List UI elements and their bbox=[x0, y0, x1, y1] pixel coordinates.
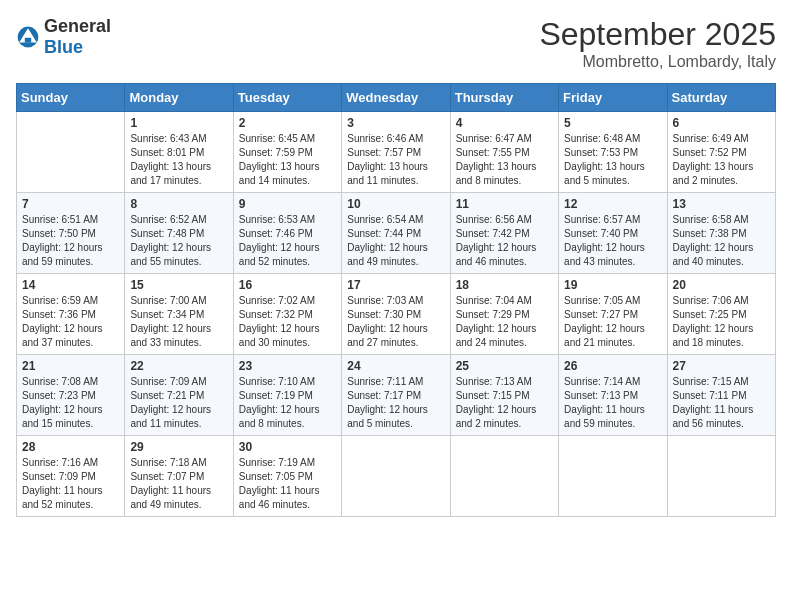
day-number: 4 bbox=[456, 116, 553, 130]
day-info: Sunrise: 6:48 AMSunset: 7:53 PMDaylight:… bbox=[564, 132, 661, 188]
daylight-text: Daylight: 13 hours and 8 minutes. bbox=[456, 161, 537, 186]
sunset-text: Sunset: 7:27 PM bbox=[564, 309, 638, 320]
daylight-text: Daylight: 13 hours and 2 minutes. bbox=[673, 161, 754, 186]
day-info: Sunrise: 7:06 AMSunset: 7:25 PMDaylight:… bbox=[673, 294, 770, 350]
sunset-text: Sunset: 7:25 PM bbox=[673, 309, 747, 320]
sunrise-text: Sunrise: 7:05 AM bbox=[564, 295, 640, 306]
calendar-cell: 30Sunrise: 7:19 AMSunset: 7:05 PMDayligh… bbox=[233, 436, 341, 517]
sunrise-text: Sunrise: 7:03 AM bbox=[347, 295, 423, 306]
day-info: Sunrise: 6:54 AMSunset: 7:44 PMDaylight:… bbox=[347, 213, 444, 269]
calendar-cell: 21Sunrise: 7:08 AMSunset: 7:23 PMDayligh… bbox=[17, 355, 125, 436]
calendar-cell bbox=[17, 112, 125, 193]
day-number: 8 bbox=[130, 197, 227, 211]
daylight-text: Daylight: 12 hours and 11 minutes. bbox=[130, 404, 211, 429]
sunrise-text: Sunrise: 7:04 AM bbox=[456, 295, 532, 306]
weekday-header-row: SundayMondayTuesdayWednesdayThursdayFrid… bbox=[17, 84, 776, 112]
weekday-header-sunday: Sunday bbox=[17, 84, 125, 112]
day-number: 30 bbox=[239, 440, 336, 454]
location-title: Mombretto, Lombardy, Italy bbox=[539, 53, 776, 71]
daylight-text: Daylight: 12 hours and 24 minutes. bbox=[456, 323, 537, 348]
sunset-text: Sunset: 7:13 PM bbox=[564, 390, 638, 401]
sunset-text: Sunset: 7:53 PM bbox=[564, 147, 638, 158]
day-number: 28 bbox=[22, 440, 119, 454]
day-number: 16 bbox=[239, 278, 336, 292]
day-info: Sunrise: 6:53 AMSunset: 7:46 PMDaylight:… bbox=[239, 213, 336, 269]
sunset-text: Sunset: 7:50 PM bbox=[22, 228, 96, 239]
sunset-text: Sunset: 7:15 PM bbox=[456, 390, 530, 401]
calendar-cell: 1Sunrise: 6:43 AMSunset: 8:01 PMDaylight… bbox=[125, 112, 233, 193]
sunset-text: Sunset: 7:07 PM bbox=[130, 471, 204, 482]
day-info: Sunrise: 6:59 AMSunset: 7:36 PMDaylight:… bbox=[22, 294, 119, 350]
day-info: Sunrise: 6:58 AMSunset: 7:38 PMDaylight:… bbox=[673, 213, 770, 269]
day-info: Sunrise: 7:08 AMSunset: 7:23 PMDaylight:… bbox=[22, 375, 119, 431]
day-info: Sunrise: 7:14 AMSunset: 7:13 PMDaylight:… bbox=[564, 375, 661, 431]
day-info: Sunrise: 6:46 AMSunset: 7:57 PMDaylight:… bbox=[347, 132, 444, 188]
calendar-week-row: 7Sunrise: 6:51 AMSunset: 7:50 PMDaylight… bbox=[17, 193, 776, 274]
logo: General Blue bbox=[16, 16, 111, 58]
daylight-text: Daylight: 12 hours and 55 minutes. bbox=[130, 242, 211, 267]
calendar-week-row: 14Sunrise: 6:59 AMSunset: 7:36 PMDayligh… bbox=[17, 274, 776, 355]
day-number: 3 bbox=[347, 116, 444, 130]
day-number: 29 bbox=[130, 440, 227, 454]
sunset-text: Sunset: 7:32 PM bbox=[239, 309, 313, 320]
daylight-text: Daylight: 11 hours and 46 minutes. bbox=[239, 485, 320, 510]
day-info: Sunrise: 7:04 AMSunset: 7:29 PMDaylight:… bbox=[456, 294, 553, 350]
calendar-cell: 10Sunrise: 6:54 AMSunset: 7:44 PMDayligh… bbox=[342, 193, 450, 274]
daylight-text: Daylight: 12 hours and 37 minutes. bbox=[22, 323, 103, 348]
calendar-week-row: 28Sunrise: 7:16 AMSunset: 7:09 PMDayligh… bbox=[17, 436, 776, 517]
daylight-text: Daylight: 12 hours and 2 minutes. bbox=[456, 404, 537, 429]
weekday-header-saturday: Saturday bbox=[667, 84, 775, 112]
daylight-text: Daylight: 12 hours and 15 minutes. bbox=[22, 404, 103, 429]
sunset-text: Sunset: 7:48 PM bbox=[130, 228, 204, 239]
sunset-text: Sunset: 7:30 PM bbox=[347, 309, 421, 320]
day-info: Sunrise: 6:57 AMSunset: 7:40 PMDaylight:… bbox=[564, 213, 661, 269]
sunrise-text: Sunrise: 6:56 AM bbox=[456, 214, 532, 225]
header: General Blue September 2025 Mombretto, L… bbox=[16, 16, 776, 71]
sunrise-text: Sunrise: 7:14 AM bbox=[564, 376, 640, 387]
calendar-cell: 22Sunrise: 7:09 AMSunset: 7:21 PMDayligh… bbox=[125, 355, 233, 436]
day-info: Sunrise: 7:15 AMSunset: 7:11 PMDaylight:… bbox=[673, 375, 770, 431]
sunset-text: Sunset: 7:34 PM bbox=[130, 309, 204, 320]
sunrise-text: Sunrise: 7:06 AM bbox=[673, 295, 749, 306]
calendar-cell: 5Sunrise: 6:48 AMSunset: 7:53 PMDaylight… bbox=[559, 112, 667, 193]
calendar-cell: 25Sunrise: 7:13 AMSunset: 7:15 PMDayligh… bbox=[450, 355, 558, 436]
sunrise-text: Sunrise: 7:11 AM bbox=[347, 376, 423, 387]
day-number: 19 bbox=[564, 278, 661, 292]
logo-blue-text: Blue bbox=[44, 37, 83, 57]
day-info: Sunrise: 7:05 AMSunset: 7:27 PMDaylight:… bbox=[564, 294, 661, 350]
day-info: Sunrise: 7:09 AMSunset: 7:21 PMDaylight:… bbox=[130, 375, 227, 431]
daylight-text: Daylight: 12 hours and 59 minutes. bbox=[22, 242, 103, 267]
calendar-cell: 19Sunrise: 7:05 AMSunset: 7:27 PMDayligh… bbox=[559, 274, 667, 355]
sunset-text: Sunset: 7:57 PM bbox=[347, 147, 421, 158]
day-number: 18 bbox=[456, 278, 553, 292]
day-info: Sunrise: 7:19 AMSunset: 7:05 PMDaylight:… bbox=[239, 456, 336, 512]
daylight-text: Daylight: 12 hours and 18 minutes. bbox=[673, 323, 754, 348]
day-info: Sunrise: 7:16 AMSunset: 7:09 PMDaylight:… bbox=[22, 456, 119, 512]
day-info: Sunrise: 7:10 AMSunset: 7:19 PMDaylight:… bbox=[239, 375, 336, 431]
sunset-text: Sunset: 8:01 PM bbox=[130, 147, 204, 158]
daylight-text: Daylight: 12 hours and 21 minutes. bbox=[564, 323, 645, 348]
daylight-text: Daylight: 11 hours and 49 minutes. bbox=[130, 485, 211, 510]
weekday-header-thursday: Thursday bbox=[450, 84, 558, 112]
day-number: 27 bbox=[673, 359, 770, 373]
calendar-cell: 2Sunrise: 6:45 AMSunset: 7:59 PMDaylight… bbox=[233, 112, 341, 193]
calendar-cell bbox=[559, 436, 667, 517]
sunrise-text: Sunrise: 7:09 AM bbox=[130, 376, 206, 387]
day-info: Sunrise: 7:13 AMSunset: 7:15 PMDaylight:… bbox=[456, 375, 553, 431]
day-number: 14 bbox=[22, 278, 119, 292]
calendar-cell: 8Sunrise: 6:52 AMSunset: 7:48 PMDaylight… bbox=[125, 193, 233, 274]
sunrise-text: Sunrise: 6:47 AM bbox=[456, 133, 532, 144]
calendar-cell: 11Sunrise: 6:56 AMSunset: 7:42 PMDayligh… bbox=[450, 193, 558, 274]
sunset-text: Sunset: 7:52 PM bbox=[673, 147, 747, 158]
sunrise-text: Sunrise: 7:13 AM bbox=[456, 376, 532, 387]
day-number: 26 bbox=[564, 359, 661, 373]
sunset-text: Sunset: 7:44 PM bbox=[347, 228, 421, 239]
daylight-text: Daylight: 12 hours and 27 minutes. bbox=[347, 323, 428, 348]
sunset-text: Sunset: 7:36 PM bbox=[22, 309, 96, 320]
weekday-header-friday: Friday bbox=[559, 84, 667, 112]
calendar-cell: 28Sunrise: 7:16 AMSunset: 7:09 PMDayligh… bbox=[17, 436, 125, 517]
calendar-cell bbox=[342, 436, 450, 517]
day-info: Sunrise: 6:45 AMSunset: 7:59 PMDaylight:… bbox=[239, 132, 336, 188]
sunset-text: Sunset: 7:46 PM bbox=[239, 228, 313, 239]
sunrise-text: Sunrise: 6:43 AM bbox=[130, 133, 206, 144]
